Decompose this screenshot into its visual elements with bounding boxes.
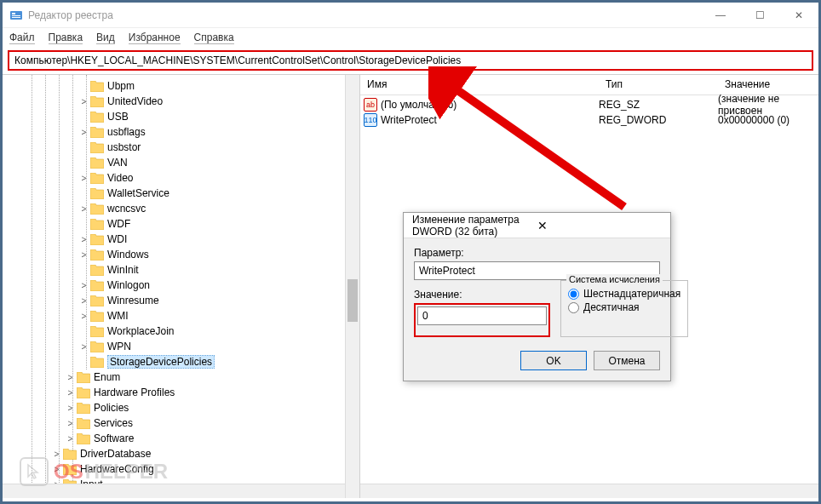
value-input[interactable] — [417, 306, 547, 325]
tree-item-label: WalletService — [107, 187, 169, 199]
folder-icon — [90, 311, 104, 322]
radix-dec-radio[interactable] — [568, 302, 579, 313]
folder-icon — [90, 188, 104, 199]
tree-item[interactable]: >Services — [3, 415, 359, 431]
radix-hex-radio[interactable] — [568, 289, 579, 300]
expander-icon[interactable]: > — [79, 250, 89, 260]
cell-value: 0x00000000 (0) — [718, 114, 818, 126]
menubar: Файл Правка Вид Избранное Справка — [3, 28, 818, 47]
tree-item-label: Hardware Profiles — [94, 387, 175, 398]
dialog-close-button[interactable]: ✕ — [537, 219, 663, 232]
folder-icon — [90, 158, 104, 169]
expander-icon[interactable]: > — [66, 404, 75, 413]
col-name[interactable]: Имя — [360, 75, 599, 94]
tree-item[interactable]: >Winlogon — [3, 278, 359, 293]
cell-type: REG_SZ — [599, 99, 718, 111]
tree-item-label: WDF — [107, 218, 130, 230]
expander-icon[interactable]: > — [79, 296, 89, 306]
menu-file[interactable]: Файл — [9, 32, 35, 44]
tree-item[interactable]: WorkplaceJoin — [3, 324, 359, 339]
regedit-icon — [9, 9, 23, 22]
cancel-button[interactable]: Отмена — [594, 351, 660, 370]
tree-item[interactable]: >Windows — [3, 247, 359, 262]
tree-item-label: Windows — [107, 249, 149, 261]
menu-help[interactable]: Справка — [194, 32, 234, 44]
radix-legend: Система исчисления — [566, 274, 663, 284]
tree-item[interactable]: WDF — [3, 216, 359, 232]
tree-item[interactable]: USB — [3, 109, 359, 124]
col-type[interactable]: Тип — [599, 75, 718, 94]
tree-item[interactable]: Ubpm — [3, 78, 359, 94]
tree-item-label: WorkplaceJoin — [107, 325, 174, 337]
value-label: Значение: — [414, 289, 550, 301]
tree-item-label: Winresume — [107, 295, 159, 306]
expander-icon[interactable]: > — [79, 312, 89, 321]
cell-type: REG_DWORD — [599, 114, 718, 126]
col-value[interactable]: Значение — [718, 75, 818, 94]
tree-item-label: Ubpm — [107, 80, 135, 92]
tree-item[interactable]: >Enum — [3, 369, 359, 385]
radix-hex-label: Шестнадцатеричная — [583, 288, 680, 300]
svg-rect-1 — [12, 13, 15, 14]
value-box-highlight — [414, 303, 550, 337]
tree-item[interactable]: >UnitedVideo — [3, 94, 359, 109]
tree-item[interactable]: >Hardware Profiles — [3, 385, 359, 400]
list-scrollbar-h[interactable] — [360, 484, 818, 498]
dword-value-icon: 110 — [364, 113, 377, 127]
tree-item[interactable]: >WPN — [3, 339, 359, 354]
folder-icon — [90, 280, 104, 291]
maximize-button[interactable]: ☐ — [740, 3, 779, 28]
close-button[interactable]: ✕ — [779, 3, 818, 28]
watermark: OS HELPER — [20, 457, 168, 486]
tree-item[interactable]: usbstor — [3, 140, 359, 155]
tree-panel: Ubpm>UnitedVideoUSB>usbflagsusbstorVAN>V… — [3, 75, 360, 498]
menu-favorites[interactable]: Избранное — [129, 32, 181, 44]
menu-edit[interactable]: Правка — [49, 32, 83, 44]
expander-icon[interactable]: > — [66, 434, 75, 444]
tree-item-label: WDI — [107, 233, 127, 245]
param-label: Параметр: — [414, 247, 660, 259]
folder-icon — [90, 203, 104, 215]
folder-icon — [90, 341, 104, 352]
watermark-os: OS — [54, 460, 83, 484]
expander-icon[interactable]: > — [66, 373, 75, 382]
minimize-button[interactable]: — — [701, 3, 740, 28]
tree-item-label: WinInit — [107, 264, 139, 276]
address-bar[interactable]: Компьютер\HKEY_LOCAL_MACHINE\SYSTEM\Curr… — [8, 50, 813, 71]
expander-icon[interactable]: > — [79, 174, 89, 183]
tree-item[interactable]: WinInit — [3, 262, 359, 278]
expander-icon[interactable]: > — [79, 235, 89, 244]
expander-icon[interactable]: > — [79, 342, 89, 352]
tree-item[interactable]: WalletService — [3, 186, 359, 201]
tree-item[interactable]: StorageDevicePolicies — [3, 354, 359, 369]
tree-item[interactable]: >usbflags — [3, 124, 359, 140]
tree-item[interactable]: >WDI — [3, 232, 359, 247]
expander-icon[interactable]: > — [79, 204, 89, 214]
list-row[interactable]: 110WriteProtectREG_DWORD0x00000000 (0) — [360, 112, 818, 128]
tree-item-label: WMI — [107, 310, 129, 322]
expander-icon[interactable]: > — [66, 388, 75, 398]
tree-item[interactable]: >Software — [3, 431, 359, 446]
tree-item[interactable]: >WMI — [3, 308, 359, 324]
expander-icon[interactable]: > — [66, 419, 75, 428]
radix-dec-label: Десятичная — [583, 301, 640, 313]
folder-icon — [90, 219, 104, 230]
menu-view[interactable]: Вид — [96, 32, 115, 44]
tree-item-label: usbflags — [107, 126, 146, 138]
tree-item[interactable]: >Video — [3, 170, 359, 186]
tree-item[interactable]: >Winresume — [3, 293, 359, 308]
list-row[interactable]: ab(По умолчанию)REG_SZ(значение не присв… — [360, 97, 818, 112]
folder-icon — [90, 249, 104, 261]
expander-icon[interactable]: > — [79, 97, 89, 106]
expander-icon[interactable]: > — [79, 281, 89, 290]
ok-button[interactable]: OK — [520, 351, 587, 370]
expander-icon[interactable]: > — [79, 128, 89, 137]
folder-icon — [90, 357, 104, 368]
folder-icon — [90, 326, 104, 337]
tree-scrollbar-v[interactable] — [345, 75, 359, 498]
tree-item-label: Winlogon — [107, 279, 150, 291]
folder-icon — [77, 418, 90, 429]
tree-item[interactable]: VAN — [3, 155, 359, 170]
tree-item[interactable]: >wcncsvc — [3, 201, 359, 216]
tree-item[interactable]: >Policies — [3, 400, 359, 415]
